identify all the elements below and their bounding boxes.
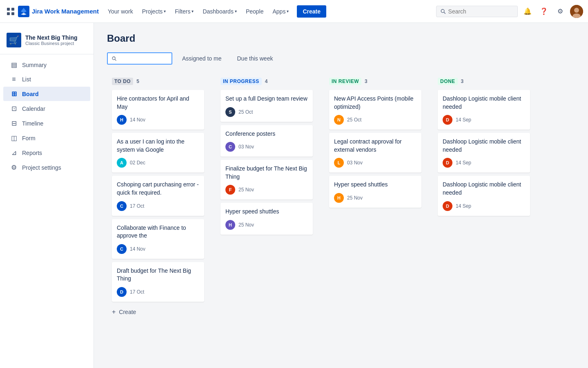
column-inreview: IN REVIEW3 New API Access Points (mobile…	[324, 73, 426, 216]
sidebar-item-form[interactable]: ◫Form	[3, 131, 90, 145]
filters-chevron-icon: ▾	[192, 9, 194, 13]
card-avatar: D	[443, 158, 452, 168]
svg-point-10	[112, 56, 115, 59]
card-date: 25 Oct	[238, 109, 253, 115]
apps-nav[interactable]: Apps ▾	[269, 6, 293, 17]
card[interactable]: Hyper speed shuttles H 25 Nov	[220, 203, 313, 235]
main-content: Board Assigned to me Due this week TO DO…	[94, 23, 588, 368]
help-icon[interactable]: ❓	[537, 5, 550, 18]
search-box[interactable]	[436, 6, 518, 17]
apps-chevron-icon: ▾	[287, 9, 289, 13]
card-meta: H 14 Nov	[117, 115, 199, 125]
sidebar-item-board[interactable]: ⊞Board	[3, 87, 90, 101]
grid-icon[interactable]	[5, 6, 16, 17]
notifications-icon[interactable]: 🔔	[521, 5, 534, 18]
board-search[interactable]	[107, 52, 172, 65]
card-date: 14 Nov	[130, 117, 145, 123]
column-header-todo: TO DO5	[112, 78, 204, 85]
card-date: 14 Nov	[130, 246, 145, 252]
card[interactable]: Cshoping cart purchasing error - quick f…	[112, 176, 204, 215]
card-meta: H 25 Nov	[334, 193, 416, 203]
sidebar-label-calendar: Calendar	[22, 105, 45, 112]
sidebar-item-reports[interactable]: ⊿Reports	[3, 146, 90, 160]
card[interactable]: Set up a full Design team review S 25 Oc…	[220, 90, 313, 122]
board-search-input[interactable]	[119, 55, 167, 62]
settings-icon[interactable]: ⚙	[554, 5, 567, 18]
column-inprogress: IN PROGRESS4 Set up a full Design team r…	[216, 73, 318, 243]
card[interactable]: Collaborate with Finance to approve the …	[112, 219, 204, 259]
search-input[interactable]	[448, 8, 513, 15]
card-meta: C 03 Nov	[225, 142, 308, 152]
column-header-inreview: IN REVIEW3	[329, 78, 421, 85]
card[interactable]: Dashloop Logistic mobile client needed D…	[438, 176, 530, 215]
card-meta: D 17 Oct	[117, 287, 199, 297]
svg-line-11	[115, 59, 116, 61]
card-meta: D 14 Sep	[443, 115, 525, 125]
your-work-nav[interactable]: Your work	[104, 6, 137, 17]
card[interactable]: New API Access Points (mobile optimized)…	[329, 90, 421, 130]
card-title: Set up a full Design team review	[225, 95, 308, 103]
board-search-icon	[112, 56, 116, 61]
sidebar-icon-timeline: ⊟	[10, 119, 18, 127]
svg-rect-1	[11, 8, 14, 11]
project-icon: 🛒	[7, 33, 21, 47]
card[interactable]: Dashloop Logistic mobile client needed D…	[438, 90, 530, 130]
card-title: Cshoping cart purchasing error - quick f…	[117, 181, 199, 197]
card-avatar: D	[117, 287, 127, 297]
sidebar-label-timeline: Timeline	[22, 120, 43, 127]
sidebar-icon-list: ≡	[10, 76, 18, 83]
projects-nav[interactable]: Projects ▾	[138, 6, 170, 17]
card-date: 25 Nov	[347, 195, 363, 201]
card-meta: L 03 Nov	[334, 158, 416, 168]
people-nav[interactable]: People	[242, 6, 268, 17]
due-this-week-button[interactable]: Due this week	[232, 53, 279, 64]
card[interactable]: Finalize budget for The Next Big Thing F…	[220, 160, 313, 200]
card-title: Finalize budget for The Next Big Thing	[225, 165, 308, 181]
card-avatar: C	[117, 244, 127, 254]
avatar[interactable]	[570, 5, 583, 18]
create-button[interactable]: Create	[297, 5, 326, 18]
sidebar-item-settings[interactable]: ⚙Project settings	[3, 160, 90, 175]
card-meta: D 14 Sep	[443, 201, 525, 211]
filters-nav[interactable]: Filters ▾	[171, 6, 198, 17]
card-avatar: C	[225, 142, 235, 152]
sidebar-label-reports: Reports	[22, 150, 42, 156]
sidebar-icon-calendar: ⊡	[10, 105, 18, 112]
sidebar-item-calendar[interactable]: ⊡Calendar	[3, 101, 90, 116]
card[interactable]: Hyper speed shuttles H 25 Nov	[329, 176, 421, 208]
sidebar-item-list[interactable]: ≡List	[3, 72, 90, 86]
column-title-done: DONE	[438, 78, 458, 85]
card[interactable]: Dashloop Logistic mobile client needed D…	[438, 133, 530, 173]
card-avatar: H	[117, 115, 127, 125]
card-meta: D 14 Sep	[443, 158, 525, 168]
card[interactable]: Hire contractors for April and May H 14 …	[112, 90, 204, 130]
svg-rect-2	[7, 12, 10, 15]
sidebar: 🛒 The Next Big Thing Classic Business pr…	[0, 23, 94, 368]
column-header-done: DONE3	[438, 78, 530, 85]
topnav-right: 🔔 ❓ ⚙	[436, 5, 583, 18]
card[interactable]: Draft budget for The Next Big Thing D 17…	[112, 262, 204, 302]
card-meta: C 17 Oct	[117, 201, 199, 211]
card-avatar: H	[225, 220, 235, 230]
card-meta: A 02 Dec	[117, 158, 199, 168]
card-date: 14 Sep	[456, 203, 471, 209]
assigned-to-me-button[interactable]: Assigned to me	[176, 53, 227, 64]
create-card-button[interactable]: +Create	[112, 305, 204, 319]
card-avatar: H	[334, 193, 344, 203]
sidebar-item-timeline[interactable]: ⊟Timeline	[3, 116, 90, 130]
svg-rect-0	[7, 8, 10, 11]
sidebar-items: ▤Summary≡List⊞Board⊡Calendar⊟Timeline◫Fo…	[0, 58, 94, 175]
card-meta: H 25 Nov	[225, 220, 308, 230]
board-columns: TO DO5 Hire contractors for April and Ma…	[107, 73, 575, 324]
card[interactable]: Conference posters C 03 Nov	[220, 125, 313, 157]
column-count-inreview: 3	[365, 79, 368, 84]
sidebar-item-summary[interactable]: ▤Summary	[3, 58, 90, 72]
sidebar-label-summary: Summary	[22, 62, 47, 68]
card-date: 25 Oct	[347, 117, 361, 123]
column-header-inprogress: IN PROGRESS4	[220, 78, 313, 85]
logo[interactable]: Jira Work Management	[18, 6, 99, 17]
card[interactable]: Legal contract approval for external ven…	[329, 133, 421, 173]
column-count-todo: 5	[136, 79, 139, 84]
dashboards-nav[interactable]: Dashboards ▾	[198, 6, 241, 17]
card[interactable]: As a user I can log into the system via …	[112, 133, 204, 173]
